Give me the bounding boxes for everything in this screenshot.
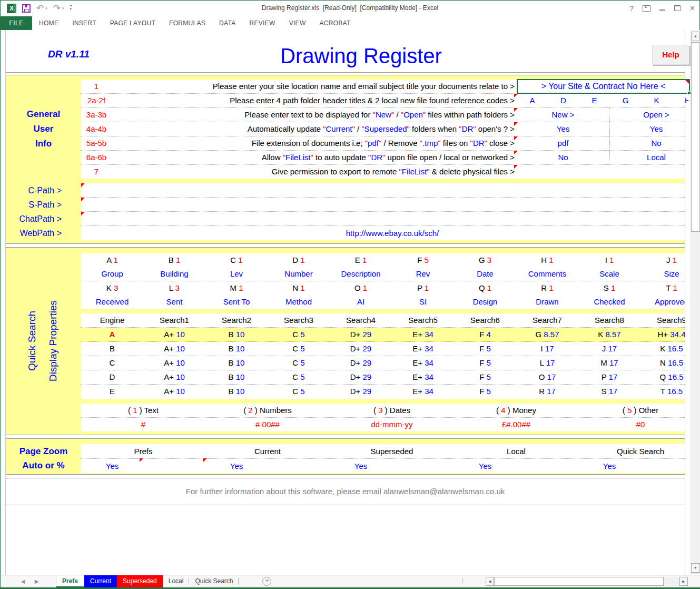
path-letter-header[interactable]: K — [641, 94, 672, 107]
search-value-cell[interactable]: D+ 29 — [330, 342, 392, 356]
search-value-cell[interactable]: F 5 — [454, 370, 516, 384]
letter-grid-cell[interactable]: K 3Received — [81, 281, 143, 309]
search-engine-cell[interactable]: B — [81, 342, 143, 356]
sheet-tab-local[interactable]: Local — [163, 575, 190, 587]
search-value-cell[interactable]: C 5 — [268, 342, 330, 356]
sheet-tab-superseded[interactable]: Superseded — [117, 575, 163, 587]
search-value-cell[interactable]: I 17 — [516, 342, 578, 356]
path-letter-header[interactable]: G — [610, 94, 641, 107]
option-value-cell[interactable]: Yes — [610, 122, 685, 136]
letter-grid-cell[interactable]: F 5Rev — [392, 253, 454, 281]
search-value-cell[interactable]: O 17 — [516, 370, 578, 384]
search-value-cell[interactable]: E+ 34 — [392, 385, 454, 399]
search-value-cell[interactable]: F 5 — [454, 342, 516, 356]
tab-scrollbar-divider[interactable]: ⋮ — [459, 576, 466, 584]
format-value-cell[interactable]: #0 — [578, 418, 685, 431]
page-zoom-value-cell[interactable]: Yes — [330, 459, 392, 473]
letter-grid-cell[interactable]: A 1Group — [81, 253, 143, 281]
search-value-cell[interactable]: E+ 34 — [392, 328, 454, 341]
redo-icon[interactable]: ↷ — [53, 4, 61, 13]
search-value-cell[interactable]: D+ 29 — [330, 356, 392, 370]
scroll-left-icon[interactable]: ◀ — [486, 577, 494, 586]
vertical-scrollbar[interactable]: ▲ ▼ — [691, 31, 699, 574]
path-letter-header[interactable]: H — [672, 94, 688, 107]
path-letter-header[interactable]: E — [579, 94, 610, 107]
help-icon[interactable]: ? — [629, 4, 634, 13]
letter-grid-cell[interactable]: P 1SI — [392, 281, 454, 309]
letter-grid-cell[interactable]: E 1Description — [330, 253, 392, 281]
vertical-scroll-thumb[interactable] — [691, 42, 700, 232]
letter-grid-cell[interactable]: R 1Drawn — [516, 281, 578, 309]
path-letter-header[interactable]: A — [517, 94, 548, 107]
tab-data[interactable]: DATA — [212, 16, 242, 30]
search-value-cell[interactable]: H+ 34.4 — [640, 328, 685, 341]
undo-dropdown-icon[interactable]: ▾ — [45, 6, 47, 11]
path-letter-header[interactable]: D — [548, 94, 579, 107]
prev-sheet-icon[interactable]: ◀ — [21, 578, 25, 584]
option-value-cell[interactable]: Open > — [610, 108, 685, 122]
search-value-cell[interactable]: K 8.57 — [578, 328, 640, 341]
search-value-cell[interactable]: C 5 — [268, 328, 330, 341]
search-value-cell[interactable]: S 17 — [578, 385, 640, 399]
next-sheet-icon[interactable]: ▶ — [35, 578, 39, 584]
search-value-cell[interactable]: C 5 — [268, 356, 330, 370]
search-engine-cell[interactable]: D — [81, 370, 143, 384]
search-value-cell[interactable]: T 16.5 — [640, 385, 685, 399]
letter-grid-cell[interactable]: N 1Method — [268, 281, 330, 309]
help-button[interactable]: Help — [652, 45, 689, 65]
search-value-cell[interactable]: E+ 34 — [392, 356, 454, 370]
search-engine-cell[interactable]: E — [81, 385, 143, 399]
letter-grid-cell[interactable]: I 1Scale — [578, 253, 640, 281]
search-value-cell[interactable]: F 4 — [454, 328, 516, 341]
scroll-up-icon[interactable]: ▲ — [691, 32, 700, 41]
sheet-tab-quick-search[interactable]: Quick Search — [189, 575, 239, 587]
search-value-cell[interactable]: E+ 34 — [392, 342, 454, 356]
search-value-cell[interactable]: N 16.5 — [640, 356, 685, 370]
tab-page-layout[interactable]: PAGE LAYOUT — [103, 16, 162, 30]
tab-file[interactable]: FILE — [1, 16, 32, 30]
letter-grid-cell[interactable]: D 1Number — [268, 253, 330, 281]
option-value-cell[interactable]: pdf — [517, 136, 610, 150]
letter-grid-cell[interactable]: T 1Approved — [640, 281, 685, 309]
search-value-cell[interactable]: M 17 — [578, 356, 640, 370]
search-engine-cell[interactable]: C — [81, 356, 143, 370]
letter-grid-cell[interactable]: L 3Sent — [143, 281, 205, 309]
search-value-cell[interactable]: R 17 — [516, 385, 578, 399]
option-value-cell[interactable]: Local — [610, 151, 685, 164]
page-zoom-value-cell[interactable]: Yes — [454, 459, 516, 473]
path-input-row[interactable] — [81, 212, 685, 226]
maximize-icon[interactable] — [674, 5, 681, 11]
scroll-down-icon[interactable]: ▼ — [691, 563, 700, 573]
search-value-cell[interactable]: D+ 29 — [330, 385, 392, 399]
letter-grid-cell[interactable]: B 1Building — [143, 253, 205, 281]
option-value-cell[interactable]: No — [517, 151, 610, 164]
search-value-cell[interactable]: L 17 — [516, 356, 578, 370]
search-value-cell[interactable]: D+ 29 — [330, 370, 392, 384]
tab-formulas[interactable]: FORMULAS — [162, 16, 212, 30]
letter-grid-cell[interactable]: Q 1Design — [454, 281, 516, 309]
letter-grid-cell[interactable]: G 3Date — [454, 253, 516, 281]
page-zoom-value-cell[interactable]: Yes — [578, 459, 640, 473]
horizontal-scroll-track[interactable] — [664, 577, 679, 586]
search-value-cell[interactable]: A+ 10 — [143, 385, 205, 399]
format-value-cell[interactable]: # — [81, 418, 205, 431]
search-value-cell[interactable]: F 5 — [454, 356, 516, 370]
excel-app-icon[interactable]: X — [7, 4, 16, 13]
letter-grid-cell[interactable]: O 1AI — [330, 281, 392, 309]
search-value-cell[interactable]: C 5 — [268, 385, 330, 399]
search-value-cell[interactable]: D+ 29 — [330, 328, 392, 341]
site-contract-input[interactable]: > Your Site & Contract No Here < — [517, 79, 690, 94]
search-engine-cell[interactable]: A — [81, 328, 143, 341]
search-value-cell[interactable]: F 5 — [454, 385, 516, 399]
search-value-cell[interactable]: Q 16.5 — [640, 370, 685, 384]
format-value-cell[interactable]: #.00## — [205, 418, 330, 431]
sheet-tab-current[interactable]: Current — [84, 575, 117, 587]
format-value-cell[interactable]: £#.00## — [454, 418, 578, 431]
page-zoom-value-cell[interactable]: Yes — [81, 459, 143, 473]
letter-grid-cell[interactable]: S 1Checked — [578, 281, 640, 309]
search-value-cell[interactable]: P 17 — [578, 370, 640, 384]
format-value-cell[interactable]: dd-mmm-yy — [330, 418, 454, 431]
save-icon[interactable] — [22, 4, 31, 13]
page-zoom-value-cell[interactable]: Yes — [205, 459, 268, 473]
path-input-row[interactable] — [81, 183, 685, 198]
